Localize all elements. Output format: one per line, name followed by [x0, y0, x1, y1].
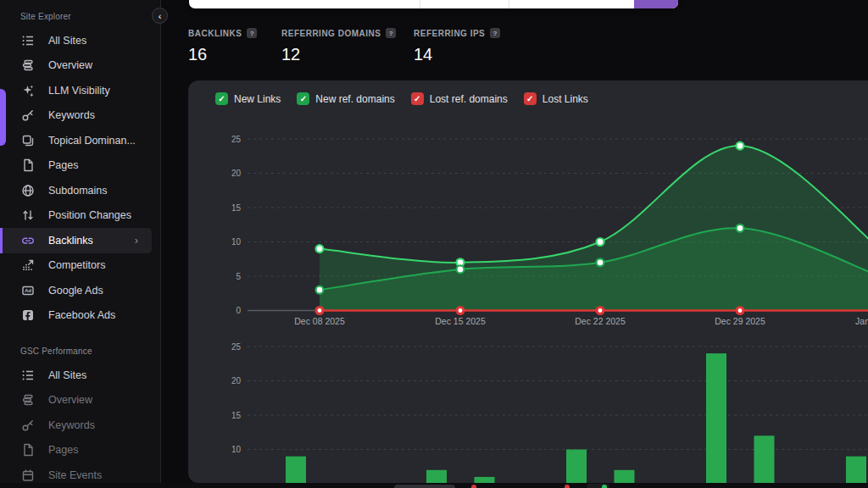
stats-row: BACKLINKS? 16 REFERRING DOMAINS? 12 REFE…: [188, 28, 500, 64]
page-icon: [21, 443, 35, 457]
svg-text:Dec 15 2025: Dec 15 2025: [435, 316, 486, 326]
stat-value: 12: [281, 45, 414, 64]
sidebar-item-backlinks[interactable]: Backlinks›: [0, 228, 152, 253]
sidebar-item-label: Site Events: [48, 469, 102, 481]
backlinks-chart-panel: ✓New Links✓New ref. domains✓Lost ref. do…: [188, 80, 868, 483]
sidebar-item-label: LLM Visibility: [48, 85, 110, 97]
sidebar-item-label: Overview: [48, 59, 92, 71]
copy-icon: [21, 134, 35, 147]
stat-label: REFERRING IPS: [414, 29, 485, 38]
sparkles-icon: [21, 84, 35, 97]
svg-text:15: 15: [231, 411, 242, 420]
stat-referring-ips: REFERRING IPS? 14: [414, 28, 500, 64]
stat-backlinks: BACKLINKS? 16: [188, 28, 281, 64]
stat-label: BACKLINKS: [188, 29, 242, 38]
sidebar-section-header: Site Explorer: [0, 0, 160, 28]
sidebar-item-subdomains[interactable]: Subdomains: [0, 178, 160, 203]
layers-icon: [21, 393, 35, 407]
sidebar-item-facebook-ads[interactable]: Facebook Ads: [0, 303, 160, 329]
sidebar-item-label: Overview: [48, 394, 92, 406]
help-icon[interactable]: ?: [386, 28, 396, 38]
sidebar: Site ExplorerAll SitesOverviewLLM Visibi…: [0, 0, 161, 488]
sidebar-item-label: Position Changes: [48, 209, 131, 221]
sidebar-accent-tab: [0, 89, 6, 146]
viewport-cropped-strip: [0, 483, 868, 488]
svg-text:20: 20: [231, 376, 242, 385]
cropped-red-dot: [471, 485, 476, 488]
svg-text:0: 0: [236, 306, 241, 315]
chevron-right-icon: ›: [135, 234, 138, 247]
svg-text:25: 25: [231, 342, 242, 352]
sidebar-item-all-sites[interactable]: All Sites: [0, 363, 160, 388]
svg-text:5: 5: [236, 272, 241, 281]
cropped-red-dot: [565, 485, 570, 488]
sidebar-item-overview[interactable]: Overview: [0, 53, 160, 79]
sidebar-item-label: Competitors: [48, 259, 105, 271]
ad-icon: Ad: [21, 284, 35, 297]
stat-value: 14: [414, 45, 500, 64]
sidebar-item-google-ads[interactable]: AdGoogle Ads: [0, 278, 160, 303]
key-icon: [21, 108, 35, 122]
stat-value: 16: [188, 45, 281, 64]
key-icon: [21, 419, 35, 432]
sidebar-item-label: Pages: [48, 159, 78, 171]
sidebar-item-label: Google Ads: [48, 285, 103, 297]
arrows-up-down-icon: [21, 208, 35, 222]
toolbar-divider: [509, 0, 509, 8]
toolbar-submit-button[interactable]: [634, 0, 678, 8]
svg-text:Ad: Ad: [25, 287, 31, 293]
svg-text:25: 25: [231, 135, 242, 144]
svg-text:10: 10: [231, 237, 242, 247]
stat-label: REFERRING DOMAINS: [281, 29, 381, 38]
sidebar-item-label: Keywords: [48, 109, 95, 121]
cropped-green-dot: [602, 485, 607, 488]
sidebar-item-label: Facebook Ads: [48, 309, 115, 321]
page-icon: [21, 158, 35, 172]
sidebar-item-keywords[interactable]: Keywords: [0, 413, 160, 438]
help-icon[interactable]: ?: [247, 28, 257, 38]
cropped-ui-fragment: [394, 485, 455, 488]
help-icon[interactable]: ?: [490, 28, 500, 38]
svg-text:10: 10: [231, 445, 242, 454]
sidebar-item-label: Keywords: [48, 419, 95, 431]
sidebar-item-label: Subdomains: [48, 185, 108, 197]
svg-text:15: 15: [231, 203, 242, 213]
sidebar-item-label: All Sites: [48, 369, 86, 381]
sidebar-item-pages[interactable]: Pages: [0, 438, 160, 463]
sidebar-item-label: Pages: [48, 444, 78, 456]
svg-text:Dec 08 2025: Dec 08 2025: [294, 316, 345, 326]
sidebar-item-label: All Sites: [48, 35, 86, 47]
svg-text:Dec 22 2025: Dec 22 2025: [575, 316, 626, 326]
list-icon: [21, 34, 35, 47]
list-icon: [21, 369, 35, 382]
sidebar-item-pages[interactable]: Pages: [0, 153, 160, 179]
svg-text:20: 20: [231, 169, 242, 178]
top-toolbar-cropped[interactable]: [189, 0, 678, 8]
globe-icon: [21, 184, 35, 197]
stat-referring-domains: REFERRING DOMAINS? 12: [281, 28, 414, 64]
sidebar-item-label: Backlinks: [48, 235, 93, 247]
calendar-icon: [21, 469, 35, 482]
sidebar-item-overview[interactable]: Overview: [0, 388, 160, 413]
competitors-icon: [21, 258, 35, 272]
cropped-ui-fragment: [587, 484, 609, 488]
sidebar-collapse-button[interactable]: ‹: [152, 8, 168, 24]
svg-text:Jan 05 2026: Jan 05 2026: [855, 316, 868, 326]
sidebar-item-llm-visibility[interactable]: LLM Visibility: [0, 78, 160, 103]
sidebar-item-keywords[interactable]: Keywords: [0, 103, 160, 129]
svg-text:Dec 29 2025: Dec 29 2025: [715, 316, 765, 326]
backlinks-charts: 0510152025Dec 08 2025Dec 15 2025Dec 22 2…: [188, 80, 868, 483]
sidebar-item-all-sites[interactable]: All Sites: [0, 28, 160, 53]
layers-icon: [21, 58, 35, 72]
link-icon: [21, 234, 35, 247]
toolbar-divider: [420, 0, 420, 8]
facebook-icon: [21, 308, 35, 322]
sidebar-item-topical-dominan[interactable]: Topical Dominan...: [0, 128, 160, 153]
sidebar-item-label: Topical Dominan...: [48, 135, 136, 147]
sidebar-item-position-changes[interactable]: Position Changes: [0, 203, 160, 229]
sidebar-section-header: GSC Performance: [0, 328, 160, 363]
sidebar-item-competitors[interactable]: Competitors: [0, 253, 160, 279]
